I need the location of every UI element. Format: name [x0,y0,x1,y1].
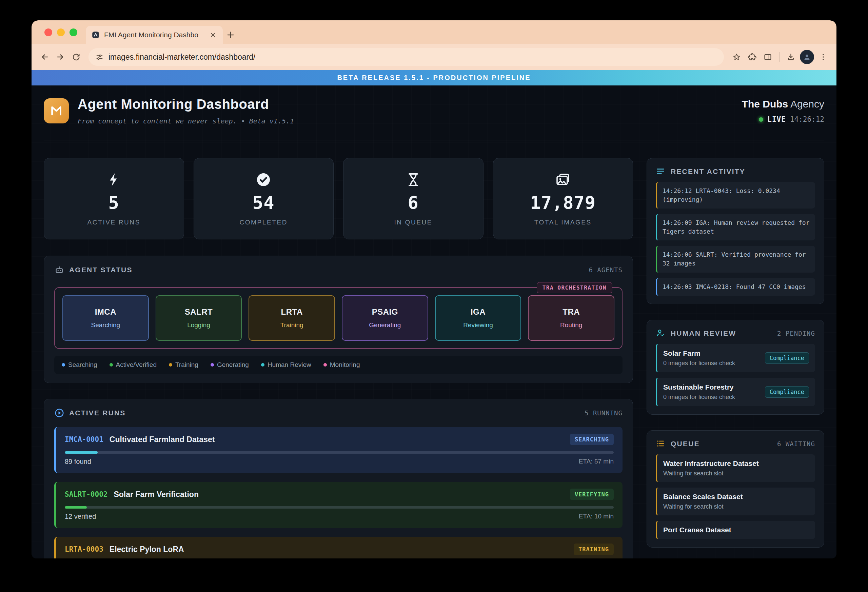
compliance-badge: Compliance [765,386,809,398]
progress-fill [65,451,97,454]
section-title: QUEUE [671,440,700,448]
extensions-puzzle-icon[interactable] [744,49,760,65]
section-title: RECENT ACTIVITY [671,167,745,176]
review-item: Sustainable Forestry 0 images for licens… [656,378,815,406]
back-icon[interactable] [37,49,53,65]
orchestration-badge: TRA ORCHESTRATION [537,282,613,293]
run-status-badge: VERIFYING [570,489,614,500]
run-item: IMCA-0001 Cultivated Farmland Dataset SE… [54,427,623,473]
desktop-background: FMI Agent Monitoring Dashbo [0,0,868,592]
window-close-button[interactable] [44,28,52,36]
recent-activity-card: RECENT ACTIVITY 14:26:12 LRTA-0043: Loss… [647,158,824,304]
active-runs-card: ACTIVE RUNS 5 RUNNING IMCA-0001 Cultivat… [44,399,633,558]
human-review-card: HUMAN REVIEW 2 PENDING Solar Farm 0 imag… [647,320,824,415]
run-stat: 89 found [65,458,91,465]
run-status-badge: TRAINING [574,543,614,555]
stat-value: 5 [108,193,120,213]
url-text: images.financial-marketer.com/dashboard/ [108,53,255,62]
tab-favicon-icon [91,31,100,39]
agent-count: 6 AGENTS [589,266,623,274]
app-logo [44,98,69,123]
stats-row: 5 ACTIVE RUNS 54 COMPLETED [44,158,633,239]
profile-avatar[interactable] [800,50,814,64]
window-zoom-button[interactable] [69,28,77,36]
play-circle-icon [54,408,64,418]
queue-item: Port Cranes Dataset [656,521,815,539]
run-item: SALRT-0002 Solar Farm Verification VERIF… [54,482,623,528]
run-eta: ETA: 10 min [579,513,614,520]
stat-card-active-runs: 5 ACTIVE RUNS [44,158,184,239]
run-name: Solar Farm Verification [114,490,199,499]
person-check-icon [656,328,666,338]
progress-bar [65,451,614,454]
browser-tab-strip: FMI Agent Monitoring Dashbo [31,20,837,44]
forward-icon[interactable] [53,49,68,65]
tab-title: FMI Agent Monitoring Dashbo [104,31,204,39]
legend-dot-icon [169,363,172,366]
bookmark-star-icon[interactable] [729,49,744,65]
new-tab-button[interactable] [223,26,238,44]
tab-close-icon[interactable] [208,31,217,39]
address-bar[interactable]: images.financial-marketer.com/dashboard/ [89,48,724,66]
run-stat: 12 verified [65,513,96,520]
toolbar-divider [779,52,779,62]
run-item: LRTA-0003 Electric Pylon LoRA TRAINING [54,537,623,558]
queue-item-desc: Waiting for search slot [663,503,809,510]
stat-label: COMPLETED [239,219,288,226]
legend-item: Monitoring [323,361,360,369]
running-count: 5 RUNNING [585,409,623,417]
browser-menu-icon[interactable] [815,49,831,65]
queue-item-name: Port Cranes Dataset [663,526,809,534]
activity-item: 14:26:06 SALRT: Verified provenance for … [656,246,815,272]
stat-label: ACTIVE RUNS [87,219,140,226]
dashboard-page[interactable]: Agent Monitoring Dashboard From concept … [31,86,837,558]
agent-tile-iga: IGA Reviewing [435,295,521,341]
run-id: LRTA-0003 [65,545,103,554]
page-title: Agent Monitoring Dashboard [78,97,294,112]
legend-dot-icon [211,363,214,366]
stat-card-in-queue: 6 IN QUEUE [343,158,484,239]
check-circle-icon [255,171,272,188]
queue-item-name: Water Infrastructure Dataset [663,459,809,468]
review-item-name: Sustainable Forestry [663,383,735,391]
legend-item: Active/Verified [109,361,156,369]
queue-item-name: Balance Scales Dataset [663,493,809,501]
tra-orchestration-group: TRA ORCHESTRATION IMCA Searching SALRT L… [54,287,623,349]
reload-icon[interactable] [68,49,84,65]
stat-label: IN QUEUE [394,219,432,226]
downloads-icon[interactable] [783,49,799,65]
stat-value: 17,879 [530,193,596,213]
site-settings-icon[interactable] [95,53,104,61]
legend-dot-icon [323,363,327,366]
run-name: Cultivated Farmland Dataset [109,435,215,444]
agent-tile-imca: IMCA Searching [62,295,149,341]
legend-item: Generating [211,361,249,369]
activity-item: 14:26:03 IMCA-0218: Found 47 CC0 images [656,278,815,296]
activity-item: 14:26:09 IGA: Human review requested for… [656,214,815,241]
stat-value: 6 [408,193,419,213]
waiting-count: 6 WAITING [777,440,815,447]
stat-card-total-images: 17,879 TOTAL IMAGES [493,158,633,239]
side-panel-icon[interactable] [760,49,775,65]
legend-item: Human Review [261,361,311,369]
section-title: AGENT STATUS [69,266,133,274]
agent-tile-tra: TRA Routing [528,295,614,341]
progress-bar [65,506,614,509]
review-item-desc: 0 images for license check [663,394,735,401]
legend-dot-icon [261,363,264,366]
browser-tab[interactable]: FMI Agent Monitoring Dashbo [86,26,223,44]
legend-dot-icon [62,363,65,366]
run-id: SALRT-0002 [65,490,108,498]
status-legend: Searching Active/Verified Training Gener… [54,356,623,374]
run-name: Electric Pylon LoRA [109,545,184,554]
activity-list-icon [656,167,666,177]
agent-tile-salrt: SALRT Logging [156,295,242,341]
robot-icon [54,265,64,275]
release-banner-text: BETA RELEASE 1.5.1 - PRODUCTION PIPELINE [337,74,531,82]
org-name: The Dubs Agency [742,98,824,110]
queue-item-desc: Waiting for search slot [663,470,809,477]
window-minimize-button[interactable] [57,28,65,36]
section-title: ACTIVE RUNS [69,409,126,417]
main-column: 5 ACTIVE RUNS 54 COMPLETED [44,158,633,558]
compliance-badge: Compliance [765,352,809,364]
